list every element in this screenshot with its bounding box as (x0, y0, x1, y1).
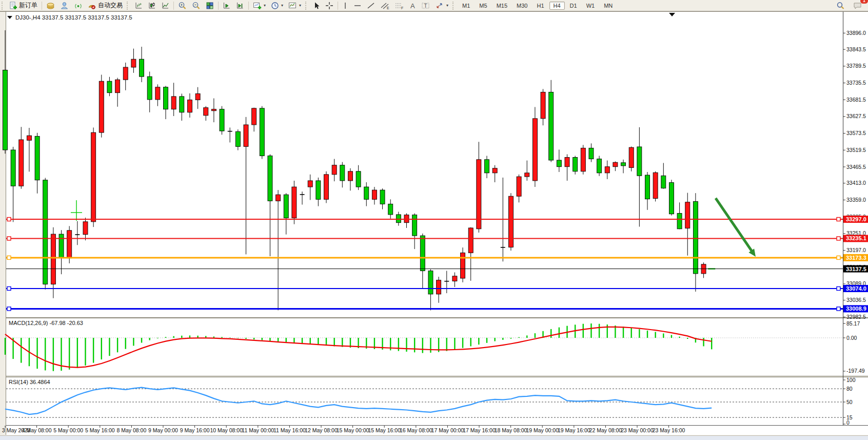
bar-chart-button[interactable] (132, 0, 145, 11)
text-label-button[interactable]: T (419, 0, 432, 11)
equidistant-channel-button[interactable]: E (378, 0, 392, 11)
price-tick: 33681.5 (846, 97, 866, 103)
rsi-scale-label: 80 (846, 386, 853, 392)
signal-button[interactable] (71, 0, 85, 11)
timeframe-m15[interactable]: M15 (492, 2, 511, 10)
crosshair-button[interactable] (323, 0, 336, 11)
separator (42, 2, 42, 10)
community-button[interactable] (57, 0, 71, 11)
time-axis-label: 19 May 00:00 (526, 427, 559, 433)
line-handle[interactable] (7, 307, 11, 311)
candle-down (380, 190, 385, 204)
line-handle[interactable] (837, 286, 840, 290)
search-icon (836, 2, 845, 10)
timeframe-m30[interactable]: M30 (512, 2, 531, 10)
horizontal-line-button[interactable] (351, 0, 364, 11)
line-handle[interactable] (7, 237, 11, 240)
chart-canvas[interactable]: 33896.033843.533789.533735.533681.533627… (0, 11, 868, 440)
time-axis-label: 11 May 00:00 (242, 427, 274, 433)
line-chart-button[interactable] (159, 0, 172, 11)
notifications-button[interactable]: 1 (851, 0, 865, 11)
candle-up (468, 228, 473, 253)
zoom-in-button[interactable] (175, 0, 189, 11)
price-tick: 33465.5 (846, 164, 866, 170)
candle-up (244, 125, 248, 146)
text-button[interactable]: A (406, 0, 419, 11)
time-axis-label: 17 May 00:00 (431, 427, 464, 433)
line-handle[interactable] (837, 237, 840, 240)
separator (338, 2, 338, 10)
fibonacci-button[interactable]: F (392, 0, 406, 11)
chart-window: 33896.033843.533789.533735.533681.533627… (0, 11, 868, 440)
candle-down (35, 136, 40, 180)
arrow-shapes-icon (435, 2, 444, 10)
rsi-scale-label: 0 (846, 419, 850, 426)
timeframe-mn[interactable]: MN (600, 2, 617, 10)
chart-templates-icon (288, 2, 297, 10)
line-handle[interactable] (837, 256, 840, 259)
arrow-shapes-button[interactable]: ▾ (432, 0, 451, 11)
timeframe-w1[interactable]: W1 (582, 2, 599, 10)
trendline-button[interactable] (364, 0, 378, 11)
new-chart-icon (253, 2, 262, 10)
candle-down (677, 213, 682, 228)
separator (218, 2, 219, 10)
price-tick: 33735.5 (846, 80, 866, 86)
candle-up (508, 196, 513, 247)
line-handle[interactable] (7, 286, 11, 290)
time-axis-label: 9 May 00:00 (148, 427, 178, 433)
candle-down (573, 158, 578, 171)
autotrade-button[interactable]: 自动交易 (85, 0, 125, 11)
time-axis-label: 10 May 08:00 (210, 427, 243, 433)
chart-shift-button[interactable] (233, 0, 247, 11)
horizontal-line-icon (353, 2, 362, 10)
candle-up (629, 147, 634, 167)
line-handle[interactable] (7, 218, 11, 221)
candle-down (107, 81, 112, 92)
candle-up (541, 92, 545, 118)
price-tick: 33036.5 (846, 297, 866, 303)
macd-scale-label: 85.17 (846, 320, 860, 327)
candlestick-chart-button[interactable] (145, 0, 159, 11)
candle-down (549, 92, 554, 160)
candle-up (581, 148, 585, 171)
candle-down (661, 176, 666, 188)
candle-down (3, 70, 8, 150)
time-axis-label: 8 May 08:00 (117, 427, 147, 433)
tile-windows-icon (206, 2, 214, 10)
fibonacci-icon: F (394, 2, 404, 10)
toolbar-grip (452, 2, 456, 10)
svg-text:33137.5: 33137.5 (846, 266, 866, 272)
line-handle[interactable] (7, 256, 11, 259)
candle-up (517, 177, 521, 196)
periods-button[interactable]: ▾ (268, 0, 286, 11)
signal-icon (74, 2, 83, 10)
separator (248, 2, 249, 10)
line-handle[interactable] (837, 307, 840, 311)
rsi-scale-label: 100 (846, 377, 856, 383)
vertical-line-button[interactable] (340, 0, 351, 11)
candle-up (204, 108, 208, 116)
search-button[interactable] (834, 0, 847, 11)
candle-down (669, 183, 674, 214)
new-order-button[interactable]: 新订单 (7, 0, 40, 11)
timeframe-h4[interactable]: H4 (549, 2, 565, 10)
toolbar-grip (127, 2, 130, 10)
tile-windows-button[interactable] (203, 0, 216, 11)
funds-button[interactable] (44, 0, 57, 11)
new-chart-button[interactable]: ▾ (250, 0, 268, 11)
candle-up (532, 119, 537, 181)
candle-down (428, 271, 433, 294)
candle-up (171, 97, 176, 109)
candle-up (195, 93, 200, 100)
templates-button[interactable]: ▾ (286, 0, 304, 11)
auto-scroll-button[interactable] (220, 0, 233, 11)
zoom-out-button[interactable] (189, 0, 203, 11)
timeframe-m5[interactable]: M5 (475, 2, 491, 10)
timeframe-m1[interactable]: M1 (458, 2, 474, 10)
line-handle[interactable] (837, 218, 840, 221)
timeframe-h1[interactable]: H1 (532, 2, 548, 10)
svg-text:T: T (424, 3, 427, 8)
timeframe-d1[interactable]: D1 (566, 2, 581, 10)
cursor-button[interactable] (310, 0, 323, 11)
